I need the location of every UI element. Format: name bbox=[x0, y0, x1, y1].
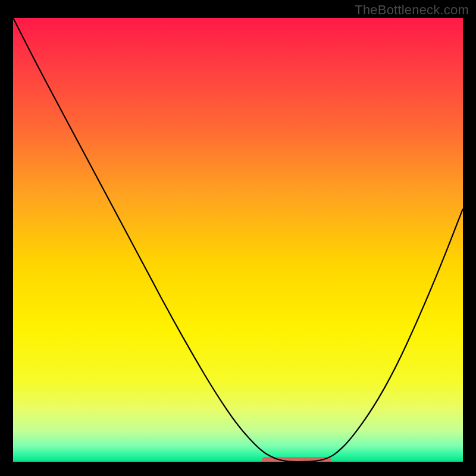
chart-container: TheBottleneck.com bbox=[0, 0, 476, 476]
chart-svg bbox=[13, 18, 463, 462]
gradient-background bbox=[13, 18, 463, 462]
watermark-text: TheBottleneck.com bbox=[355, 2, 469, 18]
bottleneck-chart bbox=[13, 18, 463, 462]
